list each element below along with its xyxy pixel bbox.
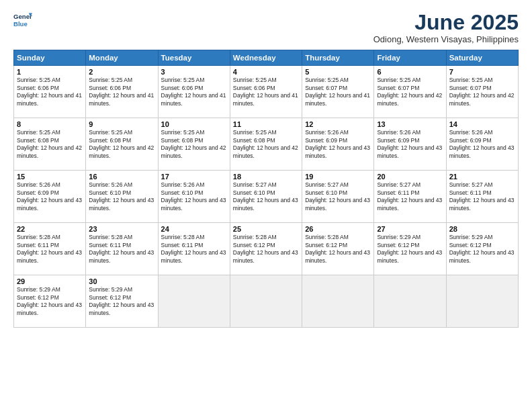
cell-content: Sunrise: 5:26 AMSunset: 6:09 PMDaylight:… [17, 181, 82, 211]
calendar-cell: 4Sunrise: 5:25 AMSunset: 6:06 PMDaylight… [230, 66, 302, 118]
cell-content: Sunrise: 5:26 AMSunset: 6:09 PMDaylight:… [449, 129, 515, 158]
day-number: 13 [377, 120, 443, 128]
calendar-cell: 13Sunrise: 5:26 AMSunset: 6:09 PMDayligh… [374, 118, 446, 171]
cell-content: Sunrise: 5:25 AMSunset: 6:08 PMDaylight:… [17, 129, 82, 158]
calendar-week-3: 15Sunrise: 5:26 AMSunset: 6:09 PMDayligh… [14, 171, 519, 223]
day-number: 20 [377, 173, 443, 181]
day-number: 27 [377, 225, 443, 233]
header-saturday: Saturday [446, 50, 518, 66]
day-number: 1 [17, 68, 83, 76]
header-sunday: Sunday [14, 50, 86, 66]
logo-icon: General Blue [13, 11, 32, 30]
calendar-cell: 12Sunrise: 5:26 AMSunset: 6:09 PMDayligh… [302, 118, 374, 171]
day-number: 23 [89, 225, 154, 233]
cell-content: Sunrise: 5:25 AMSunset: 6:07 PMDaylight:… [377, 77, 442, 106]
day-number: 21 [449, 173, 515, 181]
calendar-cell: 29Sunrise: 5:29 AMSunset: 6:12 PMDayligh… [14, 275, 86, 328]
day-number: 19 [305, 173, 371, 181]
day-number: 9 [89, 120, 154, 128]
header-tuesday: Tuesday [158, 50, 230, 66]
day-number: 4 [233, 68, 299, 76]
cell-content: Sunrise: 5:27 AMSunset: 6:11 PMDaylight:… [449, 181, 515, 211]
calendar-cell: 30Sunrise: 5:29 AMSunset: 6:12 PMDayligh… [86, 275, 158, 328]
month-title: June 2025 [373, 11, 519, 34]
cell-content: Sunrise: 5:26 AMSunset: 6:10 PMDaylight:… [89, 181, 154, 211]
day-number: 8 [17, 120, 83, 128]
calendar-cell: 7Sunrise: 5:25 AMSunset: 6:07 PMDaylight… [446, 66, 518, 118]
cell-content: Sunrise: 5:27 AMSunset: 6:10 PMDaylight:… [233, 181, 298, 211]
calendar-cell: 25Sunrise: 5:28 AMSunset: 6:12 PMDayligh… [230, 223, 302, 275]
day-number: 11 [233, 120, 299, 128]
day-number: 15 [17, 173, 83, 181]
day-number: 25 [233, 225, 299, 233]
day-number: 2 [89, 68, 154, 76]
calendar-cell: 5Sunrise: 5:25 AMSunset: 6:07 PMDaylight… [302, 66, 374, 118]
cell-content: Sunrise: 5:27 AMSunset: 6:10 PMDaylight:… [305, 181, 370, 211]
cell-content: Sunrise: 5:28 AMSunset: 6:11 PMDaylight:… [17, 234, 82, 263]
calendar-cell: 27Sunrise: 5:29 AMSunset: 6:12 PMDayligh… [374, 223, 446, 275]
day-number: 6 [377, 68, 443, 76]
cell-content: Sunrise: 5:28 AMSunset: 6:12 PMDaylight:… [305, 234, 370, 263]
calendar-cell: 1Sunrise: 5:25 AMSunset: 6:06 PMDaylight… [14, 66, 86, 118]
day-number: 30 [89, 277, 154, 285]
calendar: Sunday Monday Tuesday Wednesday Thursday… [13, 50, 519, 328]
calendar-cell: 3Sunrise: 5:25 AMSunset: 6:06 PMDaylight… [158, 66, 230, 118]
subtitle: Odiong, Western Visayas, Philippines [373, 34, 519, 44]
day-number: 24 [161, 225, 227, 233]
calendar-cell: 8Sunrise: 5:25 AMSunset: 6:08 PMDaylight… [14, 118, 86, 171]
cell-content: Sunrise: 5:25 AMSunset: 6:08 PMDaylight:… [161, 129, 226, 158]
calendar-cell: 19Sunrise: 5:27 AMSunset: 6:10 PMDayligh… [302, 171, 374, 223]
cell-content: Sunrise: 5:25 AMSunset: 6:07 PMDaylight:… [449, 77, 515, 106]
calendar-cell: 2Sunrise: 5:25 AMSunset: 6:06 PMDaylight… [86, 66, 158, 118]
calendar-cell: 24Sunrise: 5:28 AMSunset: 6:11 PMDayligh… [158, 223, 230, 275]
day-number: 14 [449, 120, 515, 128]
calendar-cell: 14Sunrise: 5:26 AMSunset: 6:09 PMDayligh… [446, 118, 518, 171]
cell-content: Sunrise: 5:28 AMSunset: 6:11 PMDaylight:… [161, 234, 226, 263]
day-number: 12 [305, 120, 371, 128]
header-friday: Friday [374, 50, 446, 66]
calendar-week-2: 8Sunrise: 5:25 AMSunset: 6:08 PMDaylight… [14, 118, 519, 171]
calendar-week-5: 29Sunrise: 5:29 AMSunset: 6:12 PMDayligh… [14, 275, 519, 328]
calendar-cell [374, 275, 446, 328]
cell-content: Sunrise: 5:26 AMSunset: 6:09 PMDaylight:… [377, 129, 442, 158]
calendar-week-1: 1Sunrise: 5:25 AMSunset: 6:06 PMDaylight… [14, 66, 519, 118]
logo: General Blue [13, 11, 32, 30]
calendar-cell: 18Sunrise: 5:27 AMSunset: 6:10 PMDayligh… [230, 171, 302, 223]
page: General Blue June 2025 Odiong, Western V… [0, 0, 532, 411]
cell-content: Sunrise: 5:29 AMSunset: 6:12 PMDaylight:… [449, 234, 515, 263]
header: General Blue June 2025 Odiong, Western V… [13, 11, 519, 44]
cell-content: Sunrise: 5:29 AMSunset: 6:12 PMDaylight:… [89, 286, 154, 316]
day-number: 5 [305, 68, 371, 76]
calendar-cell: 11Sunrise: 5:25 AMSunset: 6:08 PMDayligh… [230, 118, 302, 171]
cell-content: Sunrise: 5:25 AMSunset: 6:06 PMDaylight:… [17, 77, 82, 106]
cell-content: Sunrise: 5:26 AMSunset: 6:10 PMDaylight:… [161, 181, 226, 211]
cell-content: Sunrise: 5:25 AMSunset: 6:08 PMDaylight:… [233, 129, 298, 158]
cell-content: Sunrise: 5:27 AMSunset: 6:11 PMDaylight:… [377, 181, 442, 211]
cell-content: Sunrise: 5:25 AMSunset: 6:06 PMDaylight:… [161, 77, 226, 106]
calendar-cell: 22Sunrise: 5:28 AMSunset: 6:11 PMDayligh… [14, 223, 86, 275]
day-number: 28 [449, 225, 515, 233]
cell-content: Sunrise: 5:28 AMSunset: 6:12 PMDaylight:… [233, 234, 298, 263]
cell-content: Sunrise: 5:29 AMSunset: 6:12 PMDaylight:… [17, 286, 82, 316]
day-number: 26 [305, 225, 371, 233]
weekday-header-row: Sunday Monday Tuesday Wednesday Thursday… [14, 50, 519, 66]
cell-content: Sunrise: 5:25 AMSunset: 6:06 PMDaylight:… [89, 77, 154, 106]
day-number: 22 [17, 225, 83, 233]
calendar-cell [446, 275, 518, 328]
calendar-cell: 23Sunrise: 5:28 AMSunset: 6:11 PMDayligh… [86, 223, 158, 275]
day-number: 7 [449, 68, 515, 76]
header-monday: Monday [86, 50, 158, 66]
calendar-cell: 16Sunrise: 5:26 AMSunset: 6:10 PMDayligh… [86, 171, 158, 223]
day-number: 29 [17, 277, 83, 285]
cell-content: Sunrise: 5:28 AMSunset: 6:11 PMDaylight:… [89, 234, 154, 263]
cell-content: Sunrise: 5:25 AMSunset: 6:07 PMDaylight:… [305, 77, 370, 106]
day-number: 17 [161, 173, 227, 181]
calendar-cell: 6Sunrise: 5:25 AMSunset: 6:07 PMDaylight… [374, 66, 446, 118]
title-block: June 2025 Odiong, Western Visayas, Phili… [373, 11, 519, 44]
calendar-cell: 28Sunrise: 5:29 AMSunset: 6:12 PMDayligh… [446, 223, 518, 275]
calendar-cell: 20Sunrise: 5:27 AMSunset: 6:11 PMDayligh… [374, 171, 446, 223]
calendar-cell [302, 275, 374, 328]
calendar-cell: 26Sunrise: 5:28 AMSunset: 6:12 PMDayligh… [302, 223, 374, 275]
cell-content: Sunrise: 5:26 AMSunset: 6:09 PMDaylight:… [305, 129, 370, 158]
calendar-cell [158, 275, 230, 328]
